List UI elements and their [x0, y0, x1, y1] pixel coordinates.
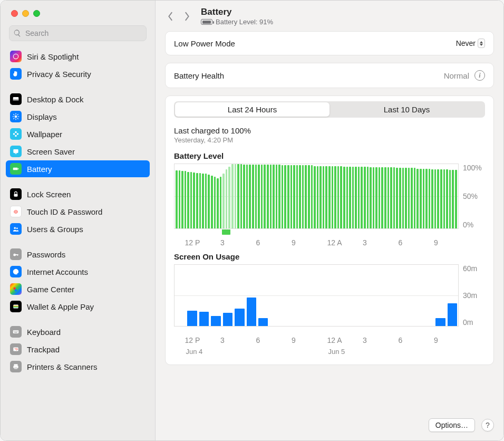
battery-level-bar — [387, 167, 390, 228]
svg-rect-17 — [13, 149, 18, 153]
time-range-segment: Last 24 Hours Last 10 Days — [174, 101, 485, 118]
battery-level-bar — [437, 169, 439, 228]
sidebar-item-internet-accounts[interactable]: Internet Accounts — [6, 263, 150, 280]
svg-rect-40 — [14, 332, 17, 333]
search-icon — [13, 29, 22, 37]
battery-level-bar — [355, 167, 357, 228]
sidebar-item-lock-screen[interactable]: Lock Screen — [6, 186, 150, 203]
sidebar-item-battery[interactable]: Battery — [6, 160, 150, 177]
battery-level-bar — [187, 172, 189, 228]
battery-level-bar — [255, 165, 257, 228]
battery-level-bar — [226, 169, 228, 228]
fingerprint-icon — [10, 206, 22, 217]
segment-last-10-days[interactable]: Last 10 Days — [329, 102, 484, 117]
info-icon[interactable]: i — [474, 70, 485, 81]
battery-level-bar — [252, 165, 254, 228]
battery-level-bar — [431, 169, 433, 228]
battery-level-bar — [308, 165, 310, 228]
sidebar-item-displays[interactable]: Displays — [6, 108, 150, 125]
battery-level-bar — [258, 165, 260, 228]
zoom-icon[interactable] — [33, 10, 40, 17]
screen-on-bar — [247, 298, 256, 326]
low-power-mode-label: Low Power Mode — [174, 39, 235, 48]
last-charged-time: Yesterday, 4:20 PM — [174, 136, 485, 144]
options-button[interactable]: Options… — [429, 418, 475, 432]
at-icon — [10, 266, 22, 277]
segment-last-24-hours[interactable]: Last 24 Hours — [175, 102, 329, 117]
battery-level-bar — [202, 174, 204, 228]
svg-rect-36 — [15, 331, 15, 331]
battery-level-icon — [201, 19, 212, 25]
svg-point-15 — [17, 133, 19, 135]
sidebar-item-screen-saver[interactable]: Screen Saver — [6, 143, 150, 160]
svg-rect-2 — [13, 100, 19, 101]
battery-level-bar — [267, 165, 269, 228]
battery-level-bar — [305, 165, 307, 228]
x-tick-label: 3 — [220, 336, 225, 344]
battery-level-bar — [325, 166, 327, 228]
battery-level-bar — [402, 168, 404, 228]
low-power-mode-value: Never — [456, 39, 476, 47]
sidebar-item-wallpaper[interactable]: Wallpaper — [6, 126, 150, 142]
battery-level-bar — [405, 168, 407, 228]
sidebar-item-printers-scanners[interactable]: Printers & Scanners — [6, 358, 150, 375]
x-date-label: Jun 4 — [186, 348, 203, 356]
help-button[interactable]: ? — [481, 419, 494, 432]
low-power-mode-row: Low Power Mode Never — [165, 31, 494, 55]
nav-back-button[interactable] — [165, 9, 176, 23]
screen-on-usage-chart — [174, 264, 459, 327]
battery-level-bar — [296, 165, 298, 228]
nav-forward-button[interactable] — [182, 9, 192, 23]
gamecenter-icon — [10, 283, 22, 295]
sidebar-item-trackpad[interactable]: Trackpad — [6, 341, 150, 358]
battery-level-bar — [381, 167, 383, 228]
sidebar-item-label: Trackpad — [27, 345, 60, 354]
sidebar-item-label: Internet Accounts — [27, 267, 88, 276]
sidebar-item-siri-spotlight[interactable]: Siri & Spotlight — [6, 48, 150, 65]
search-field-wrap — [9, 25, 147, 41]
sidebar-list[interactable]: Siri & SpotlightPrivacy & SecurityDeskto… — [1, 45, 155, 440]
sidebar-item-privacy-security[interactable]: Privacy & Security — [6, 65, 150, 82]
sidebar-item-label: Displays — [27, 112, 57, 121]
screen-on-bar — [235, 309, 244, 326]
svg-point-30 — [15, 289, 17, 292]
battery-level-bar — [214, 177, 216, 228]
battery-level-bar — [205, 174, 207, 228]
battery-level-bar — [443, 169, 445, 228]
battery-level-bar — [278, 165, 280, 228]
sidebar-item-passwords[interactable]: Passwords — [6, 246, 150, 263]
svg-rect-26 — [17, 254, 18, 256]
battery-level-bar — [393, 167, 395, 228]
battery-level-bar — [179, 170, 181, 228]
sidebar-item-label: Printers & Scanners — [27, 362, 97, 371]
close-icon[interactable] — [11, 10, 18, 17]
sidebar-item-users-groups[interactable]: Users & Groups — [6, 220, 150, 237]
sidebar-item-touch-id-password[interactable]: Touch ID & Password — [6, 203, 150, 220]
wallet-icon — [10, 301, 22, 312]
battery-level-bar — [449, 170, 451, 228]
minimize-icon[interactable] — [22, 10, 29, 17]
sidebar-item-game-center[interactable]: Game Center — [6, 281, 150, 298]
search-input[interactable] — [9, 25, 147, 41]
svg-rect-18 — [15, 154, 17, 154]
battery-level-bar — [340, 166, 342, 228]
screen-on-chart-title: Screen On Usage — [174, 252, 485, 261]
sidebar-item-keyboard[interactable]: Keyboard — [6, 323, 150, 340]
x-tick-label: 6 — [399, 336, 403, 344]
battery-level-bar — [384, 167, 386, 228]
battery-level-bar — [367, 167, 369, 228]
sidebar-item-wallet-apple-pay[interactable]: Wallet & Apple Pay — [6, 298, 150, 315]
battery-level-bar — [302, 165, 304, 228]
svg-point-12 — [15, 131, 17, 133]
battery-level-bar — [455, 170, 457, 228]
sidebar-item-desktop-dock[interactable]: Desktop & Dock — [6, 91, 150, 108]
low-power-mode-dropdown[interactable]: Never — [456, 39, 485, 48]
sidebar-item-label: Passwords — [27, 250, 65, 259]
battery-level-bar — [199, 173, 201, 228]
sidebar-item-label: Lock Screen — [27, 190, 71, 199]
svg-rect-19 — [13, 168, 18, 170]
battery-level-bar — [423, 169, 425, 228]
battery-health-value: Normal — [444, 71, 469, 80]
battery-level-bar — [414, 168, 416, 228]
battery-level-bar — [222, 174, 225, 228]
